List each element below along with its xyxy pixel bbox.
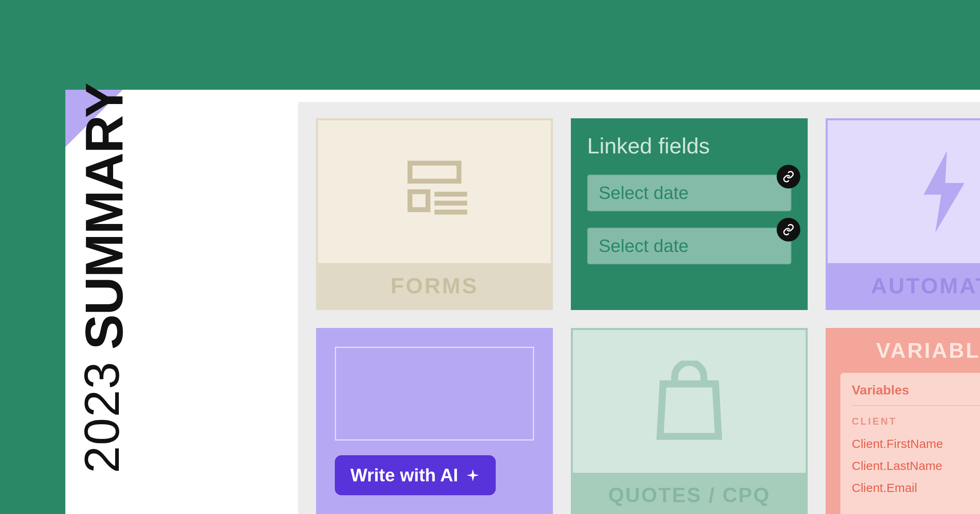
card-automation[interactable]: AUTOMATIO — [826, 118, 980, 310]
form-icon — [394, 159, 475, 224]
svg-rect-2 — [434, 192, 467, 197]
svg-rect-4 — [434, 210, 467, 215]
card-variables[interactable]: VARIABLES Variables CLIENT Client.FirstN… — [826, 328, 980, 514]
hero-summary: SUMMARY — [74, 83, 135, 350]
sparkle-icon — [466, 468, 480, 483]
linked-fields-title: Linked fields — [587, 133, 791, 158]
ai-text-area[interactable] — [335, 347, 534, 441]
card-linked-fields[interactable]: Linked fields Select date Select date — [571, 118, 808, 310]
card-variables-title: VARIABLES — [826, 328, 980, 373]
shopping-bag-icon — [653, 361, 726, 442]
card-write-with-ai[interactable]: Write with AI — [316, 328, 553, 514]
svg-rect-3 — [434, 201, 467, 206]
variables-section-label: CLIENT — [852, 406, 980, 433]
card-quotes-cpq[interactable]: QUOTES / CPQ — [571, 328, 808, 514]
link-icon — [777, 165, 800, 188]
card-forms-label: FORMS — [318, 263, 551, 308]
quotes-illustration — [573, 330, 806, 473]
variable-item[interactable]: Client.FirstName — [852, 433, 980, 455]
forms-illustration — [318, 120, 551, 263]
feature-grid: FORMS Linked fields Select date Select d… — [298, 102, 980, 514]
date-field-2[interactable]: Select date — [587, 228, 791, 264]
linked-field-2-wrap: Select date — [587, 228, 791, 264]
card-quotes-label: QUOTES / CPQ — [573, 473, 806, 514]
date-field-1[interactable]: Select date — [587, 175, 791, 211]
variable-item[interactable]: Client.Email — [852, 477, 980, 499]
hero-title: 2023 SUMMARY — [74, 83, 135, 473]
date-field-1-placeholder: Select date — [599, 183, 688, 203]
svg-rect-1 — [410, 192, 428, 210]
automation-illustration — [828, 120, 980, 263]
variable-item[interactable]: Client.LastName — [852, 455, 980, 477]
hero-year: 2023 — [74, 361, 135, 473]
card-forms[interactable]: FORMS — [316, 118, 553, 310]
link-icon — [777, 218, 800, 241]
date-field-2-placeholder: Select date — [599, 236, 688, 256]
svg-rect-0 — [410, 163, 459, 181]
variables-panel-heading: Variables — [852, 383, 980, 406]
lightning-icon — [911, 151, 977, 233]
write-with-ai-button[interactable]: Write with AI — [335, 455, 496, 495]
card-automation-label: AUTOMATIO — [828, 263, 980, 308]
linked-field-1-wrap: Select date — [587, 175, 791, 211]
variables-panel: Variables CLIENT Client.FirstName Client… — [840, 373, 980, 514]
ai-button-label: Write with AI — [350, 465, 458, 485]
